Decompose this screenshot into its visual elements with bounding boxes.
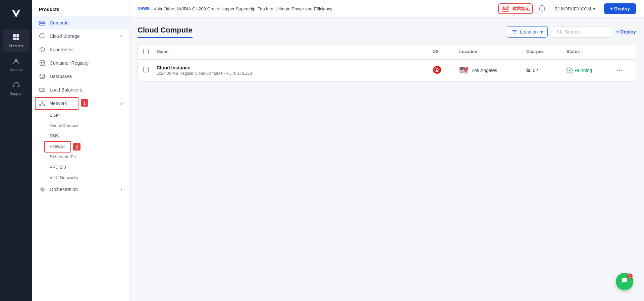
nav-support-label: Support [10, 92, 23, 96]
databases-icon [39, 73, 46, 80]
filter-icon [512, 29, 517, 35]
header-actions [617, 49, 630, 55]
sidebar-subitem-dns[interactable]: DNS [32, 131, 129, 141]
location-filter-chevron: ▾ [540, 29, 543, 35]
svg-rect-3 [16, 34, 19, 37]
content-title-wrapper: Cloud Compute [138, 26, 193, 38]
row-charges-cell: $0.02 [526, 68, 567, 73]
sidebar-item-load-balancers[interactable]: Load Balancers [32, 83, 129, 97]
status-running: Running [567, 67, 617, 73]
running-icon [567, 67, 573, 73]
content-title: Cloud Compute [138, 26, 193, 38]
chat-fab[interactable]: 1 [616, 273, 633, 290]
sidebar-subitem-vpc-networks[interactable]: VPC Networks [32, 172, 129, 183]
instance-name: Cloud Instance [157, 65, 432, 70]
compute-label: Compute [50, 20, 69, 25]
svg-rect-4 [13, 38, 16, 40]
load-balancers-icon [39, 86, 46, 93]
svg-point-19 [40, 104, 41, 106]
location-flag: 🇺🇸 [459, 66, 468, 75]
header-location: Location [459, 49, 526, 55]
search-icon [557, 29, 562, 35]
select-all-checkbox[interactable] [143, 49, 149, 54]
sidebar-item-cloud-storage[interactable]: Cloud Storage ▾ [32, 29, 129, 43]
kubernetes-icon [39, 46, 46, 53]
watermark-icon: MX [501, 5, 509, 13]
sidebar-item-databases[interactable]: Databases [32, 70, 129, 83]
network-icon [39, 100, 46, 107]
deploy-button-label: + Deploy [610, 6, 630, 11]
location-filter-label: Location [520, 29, 538, 35]
svg-text:MX: MX [503, 7, 508, 11]
svg-point-6 [15, 59, 17, 61]
account-chevron: ▾ [593, 6, 595, 11]
sidebar-item-kubernetes[interactable]: Kubernetes [32, 43, 129, 56]
sidebar-subitem-direct-connect[interactable]: Direct Connect [32, 120, 129, 131]
deploy-link[interactable]: + Deploy [616, 29, 636, 35]
sidebar-item-container-registry[interactable]: Container Registry [32, 56, 129, 70]
sidebar-subitem-vpc2[interactable]: VPC 2.0 [32, 162, 129, 172]
svg-point-12 [44, 24, 44, 25]
account-dropdown[interactable]: BJ.MORAEX.COM ▾ [551, 4, 599, 13]
account-name: BJ.MORAEX.COM [554, 6, 591, 11]
kubernetes-label: Kubernetes [50, 47, 74, 52]
header-status: Status [567, 49, 617, 55]
news-label: NEWS: [138, 6, 151, 11]
deploy-link-label: + Deploy [616, 29, 636, 35]
instances-table: Name OS Location Charges Status Cloud In… [138, 45, 636, 82]
chat-badge: 1 [627, 274, 633, 279]
vpc2-label: VPC 2.0 [50, 165, 66, 170]
row-status-cell: Running [567, 67, 617, 73]
watermark-text: 建站笔记 [512, 6, 530, 12]
vpc-networks-label: VPC Networks [50, 175, 78, 180]
row-checkbox[interactable] [143, 67, 149, 72]
search-box[interactable]: Search [552, 26, 612, 38]
vultr-logo[interactable] [8, 5, 24, 21]
row-os-cell [432, 65, 459, 76]
firewall-annotation-badge: 2 [73, 143, 80, 150]
deploy-button[interactable]: + Deploy [604, 3, 636, 14]
row-actions-cell: ••• [617, 67, 630, 73]
dns-label: DNS [50, 133, 59, 138]
cloud-storage-chevron: ▾ [120, 34, 122, 39]
svg-rect-8 [18, 85, 19, 87]
load-balancers-label: Load Balancers [50, 87, 82, 93]
watermark-badge: MX 建站笔记 [498, 3, 533, 14]
chat-icon [621, 277, 629, 287]
orchestration-chevron: ▾ [120, 187, 122, 192]
header-checkbox-cell [143, 49, 157, 55]
location-filter[interactable]: Location ▾ [507, 26, 548, 38]
svg-point-18 [42, 101, 43, 102]
sidebar-item-compute[interactable]: Compute [32, 16, 129, 29]
sidebar-item-orchestration[interactable]: Orchestration ▾ [32, 183, 129, 196]
row-location-cell: 🇺🇸 Los Angeles [459, 66, 526, 75]
sidebar-subitem-bgp[interactable]: BGP [32, 110, 129, 120]
svg-point-21 [41, 188, 43, 190]
table-header: Name OS Location Charges Status [138, 45, 636, 60]
network-label: Network [50, 101, 67, 106]
nav-item-account[interactable]: Account [3, 53, 30, 76]
status-label: Running [575, 68, 592, 73]
firewall-label: Firewall [50, 144, 65, 149]
notifications-icon[interactable] [538, 4, 546, 13]
sidebar-subitem-reserved-ips[interactable]: Reserved IPs [32, 152, 129, 162]
news-text: Vultr Offers NVIDIA GH200 Grace Hopper S… [154, 6, 332, 11]
firewall-wrapper: 2 Firewall [32, 141, 129, 152]
news-content: NEWS: Vultr Offers NVIDIA GH200 Grace Ho… [138, 6, 332, 11]
nav-bar: Products Account Support [0, 0, 32, 301]
nav-item-products[interactable]: Products [3, 29, 30, 52]
network-annotation-badge: 1 [81, 99, 88, 107]
svg-rect-15 [40, 61, 45, 65]
sidebar-subitem-firewall[interactable]: Firewall [32, 141, 129, 152]
header-charges: Charges [526, 49, 567, 55]
nav-account-label: Account [9, 68, 23, 72]
table-row: Cloud Instance 1024.00 MB Regular Cloud … [138, 60, 636, 81]
network-section-wrapper: 1 Network ▴ [32, 97, 129, 110]
row-name-cell: Cloud Instance 1024.00 MB Regular Cloud … [157, 65, 432, 76]
row-checkbox-cell [143, 67, 157, 74]
cloud-storage-icon [39, 33, 46, 40]
nav-item-support[interactable]: Support [3, 77, 30, 100]
support-icon [12, 81, 20, 90]
row-more-button[interactable]: ••• [617, 67, 623, 73]
header-name: Name [157, 49, 432, 55]
